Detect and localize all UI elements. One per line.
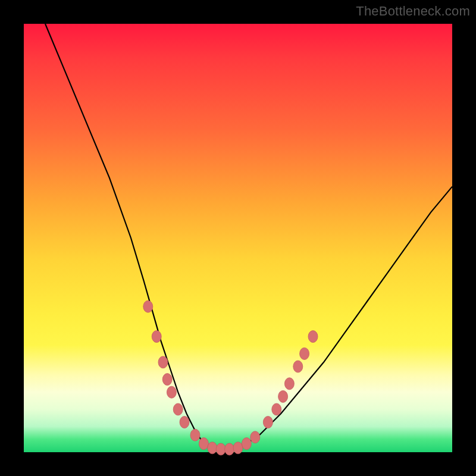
curve-marker (300, 347, 309, 359)
curve-marker (225, 443, 234, 455)
plot-area (24, 24, 452, 452)
curve-marker (284, 378, 294, 390)
curve-marker (162, 374, 172, 386)
curve-markers (143, 300, 318, 455)
curve-marker (278, 390, 288, 402)
curve-marker (152, 331, 161, 343)
curve-marker (242, 438, 251, 450)
curve-marker (272, 403, 281, 415)
curve-marker (216, 443, 226, 455)
curve-marker (180, 416, 189, 428)
overlay-svg (24, 24, 452, 452)
curve-marker (190, 429, 200, 441)
chart-frame: TheBottleneck.com (0, 0, 476, 476)
curve-marker (263, 416, 273, 428)
curve-marker (308, 331, 318, 343)
curve-marker (173, 403, 183, 415)
curve-marker (158, 356, 168, 368)
curve-marker (293, 361, 303, 372)
curve-marker (250, 431, 260, 443)
curve-marker (143, 300, 153, 312)
bottleneck-curve (45, 24, 452, 450)
curve-marker (199, 438, 208, 450)
curve-marker (233, 442, 243, 454)
watermark-text: TheBottleneck.com (356, 4, 470, 19)
curve-marker (167, 386, 176, 398)
curve-marker (208, 442, 217, 454)
